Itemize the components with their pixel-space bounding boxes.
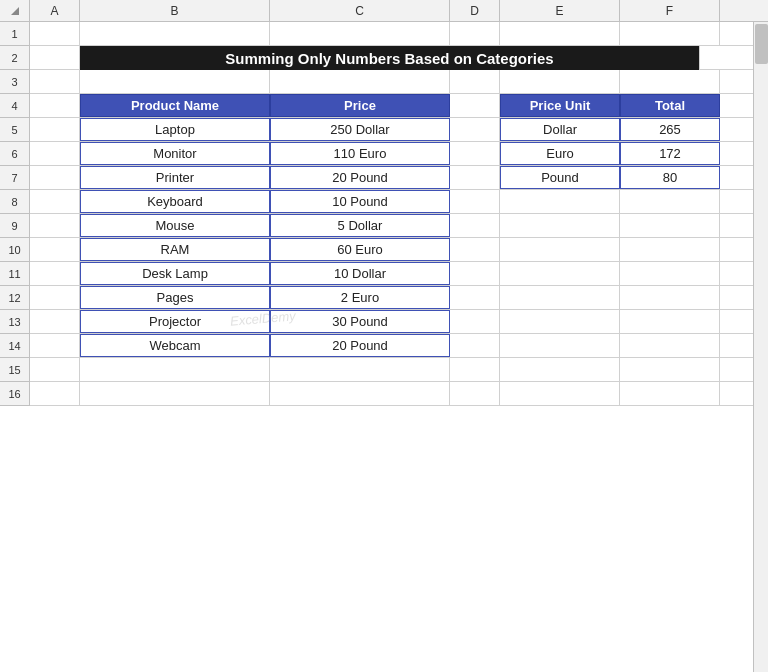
cell-d3[interactable]	[450, 70, 500, 93]
cell-a15[interactable]	[30, 358, 80, 381]
cell-a14[interactable]	[30, 334, 80, 357]
cell-f12[interactable]	[620, 286, 720, 309]
summary-unit-1[interactable]: Euro	[500, 142, 620, 165]
cell-d16[interactable]	[450, 382, 500, 405]
cell-e8[interactable]	[500, 190, 620, 213]
col-header-c[interactable]: C	[270, 0, 450, 21]
cell-d8[interactable]	[450, 190, 500, 213]
cell-d12[interactable]	[450, 286, 500, 309]
cell-f9[interactable]	[620, 214, 720, 237]
cell-d13[interactable]	[450, 310, 500, 333]
cell-f15[interactable]	[620, 358, 720, 381]
product-price-7[interactable]: 2 Euro	[270, 286, 450, 309]
summary-total-1[interactable]: 172	[620, 142, 720, 165]
cell-f11[interactable]	[620, 262, 720, 285]
cell-b15[interactable]	[80, 358, 270, 381]
cell-b1[interactable]	[80, 22, 270, 45]
product-name-9-text: Webcam	[149, 338, 200, 353]
scrollbar-thumb[interactable]	[755, 24, 768, 64]
product-name-1[interactable]: Monitor	[80, 142, 270, 165]
product-price-0[interactable]: 250 Dollar	[270, 118, 450, 141]
summary-total-0[interactable]: 265	[620, 118, 720, 141]
cell-c1[interactable]	[270, 22, 450, 45]
summary-total-1-text: 172	[659, 146, 681, 161]
cell-d6[interactable]	[450, 142, 500, 165]
cell-e12[interactable]	[500, 286, 620, 309]
cell-a10[interactable]	[30, 238, 80, 261]
cell-f8[interactable]	[620, 190, 720, 213]
cell-a11[interactable]	[30, 262, 80, 285]
cell-e14[interactable]	[500, 334, 620, 357]
cell-e15[interactable]	[500, 358, 620, 381]
product-name-4[interactable]: Mouse	[80, 214, 270, 237]
product-name-6[interactable]: Desk Lamp	[80, 262, 270, 285]
col-header-a[interactable]: A	[30, 0, 80, 21]
product-price-4[interactable]: 5 Dollar	[270, 214, 450, 237]
cell-d11[interactable]	[450, 262, 500, 285]
cell-f3[interactable]	[620, 70, 720, 93]
cell-a3[interactable]	[30, 70, 80, 93]
cell-d5[interactable]	[450, 118, 500, 141]
cell-b3[interactable]	[80, 70, 270, 93]
cell-e1[interactable]	[500, 22, 620, 45]
cell-a6[interactable]	[30, 142, 80, 165]
cell-a13[interactable]	[30, 310, 80, 333]
cell-f10[interactable]	[620, 238, 720, 261]
cell-c3[interactable]	[270, 70, 450, 93]
summary-unit-2[interactable]: Pound	[500, 166, 620, 189]
cell-d10[interactable]	[450, 238, 500, 261]
cell-e16[interactable]	[500, 382, 620, 405]
product-name-7[interactable]: Pages	[80, 286, 270, 309]
col-header-b[interactable]: B	[80, 0, 270, 21]
cell-e13[interactable]	[500, 310, 620, 333]
product-price-5[interactable]: 60 Euro	[270, 238, 450, 261]
cell-a5[interactable]	[30, 118, 80, 141]
cell-a12[interactable]	[30, 286, 80, 309]
cell-c16[interactable]	[270, 382, 450, 405]
product-price-8[interactable]: 30 Pound	[270, 310, 450, 333]
cell-a16[interactable]	[30, 382, 80, 405]
cell-e11[interactable]	[500, 262, 620, 285]
cell-d4[interactable]	[450, 94, 500, 117]
cell-d9[interactable]	[450, 214, 500, 237]
cell-c15[interactable]	[270, 358, 450, 381]
cell-a1[interactable]	[30, 22, 80, 45]
cell-d1[interactable]	[450, 22, 500, 45]
grid-row-15	[30, 358, 768, 382]
cell-b16[interactable]	[80, 382, 270, 405]
cell-f14[interactable]	[620, 334, 720, 357]
product-price-9[interactable]: 20 Pound	[270, 334, 450, 357]
product-name-3-text: Keyboard	[147, 194, 203, 209]
cell-a7[interactable]	[30, 166, 80, 189]
cell-e10[interactable]	[500, 238, 620, 261]
col-header-d[interactable]: D	[450, 0, 500, 21]
grid-row-9: Mouse 5 Dollar	[30, 214, 768, 238]
summary-unit-0[interactable]: Dollar	[500, 118, 620, 141]
cell-d7[interactable]	[450, 166, 500, 189]
product-price-6[interactable]: 10 Dollar	[270, 262, 450, 285]
cell-a9[interactable]	[30, 214, 80, 237]
product-name-8[interactable]: Projector	[80, 310, 270, 333]
cell-f1[interactable]	[620, 22, 720, 45]
scrollbar[interactable]	[753, 22, 768, 672]
col-header-e[interactable]: E	[500, 0, 620, 21]
cell-d15[interactable]	[450, 358, 500, 381]
cell-d14[interactable]	[450, 334, 500, 357]
cell-f13[interactable]	[620, 310, 720, 333]
col-header-f[interactable]: F	[620, 0, 720, 21]
product-name-0[interactable]: Laptop	[80, 118, 270, 141]
product-price-2[interactable]: 20 Pound	[270, 166, 450, 189]
cell-e3[interactable]	[500, 70, 620, 93]
product-price-1[interactable]: 110 Euro	[270, 142, 450, 165]
cell-a4[interactable]	[30, 94, 80, 117]
product-name-5[interactable]: RAM	[80, 238, 270, 261]
product-price-3[interactable]: 10 Pound	[270, 190, 450, 213]
product-name-3[interactable]: Keyboard	[80, 190, 270, 213]
cell-a2[interactable]	[30, 46, 80, 69]
product-name-9[interactable]: Webcam	[80, 334, 270, 357]
cell-e9[interactable]	[500, 214, 620, 237]
product-name-2[interactable]: Printer	[80, 166, 270, 189]
cell-f16[interactable]	[620, 382, 720, 405]
cell-a8[interactable]	[30, 190, 80, 213]
summary-total-2[interactable]: 80	[620, 166, 720, 189]
